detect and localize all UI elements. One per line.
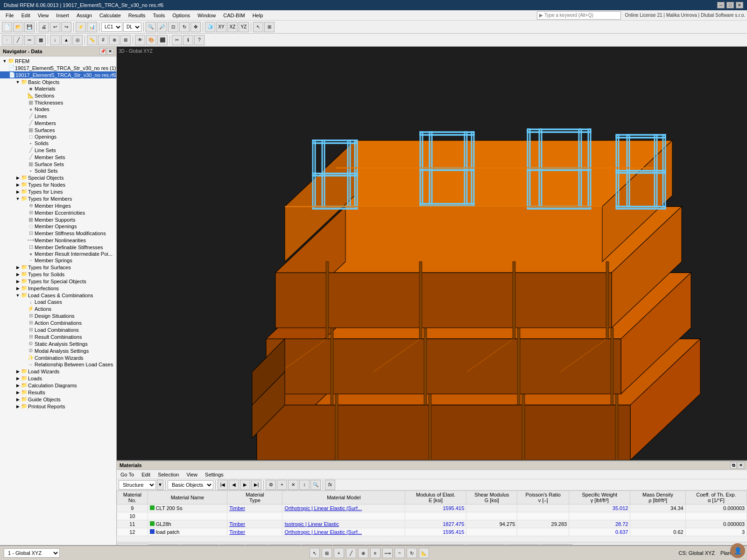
axes-btn[interactable]: ⊞ bbox=[120, 35, 131, 45]
view3d-btn[interactable]: 🧊 bbox=[205, 22, 215, 32]
tree-item-member-nonlinearities[interactable]: ⟿Member Nonlinearities bbox=[0, 237, 116, 244]
menu-calculate[interactable]: Calculate bbox=[96, 12, 125, 19]
tree-item-member-hinges[interactable]: ⊕Member Hinges bbox=[0, 202, 116, 209]
view-mode-dropdown[interactable]: 1 - Global XYZ bbox=[4, 548, 60, 558]
tree-item-combination-wizards[interactable]: ✨Combination Wizards bbox=[0, 354, 116, 361]
tree-item-load-cases-&-combinations[interactable]: ▼📁Load Cases & Combinations bbox=[0, 292, 116, 299]
tree-item-member-result-intermediate-poi[interactable]: ●Member Result Intermediate Poi... bbox=[0, 251, 116, 257]
mat-nav-prev[interactable]: ◀ bbox=[229, 480, 239, 490]
line-btn[interactable]: ╱ bbox=[13, 35, 23, 45]
zoom-out-btn[interactable]: 🔎 bbox=[157, 22, 167, 32]
bottom-tb4[interactable]: ╱ bbox=[346, 548, 356, 558]
tree-item-types-for-members[interactable]: ▼📁Types for Members bbox=[0, 195, 116, 202]
menu-assign[interactable]: Assign bbox=[73, 12, 96, 19]
redo-btn[interactable]: ↪ bbox=[61, 22, 71, 32]
tree-item-load-combinations[interactable]: ⊞Load Combinations bbox=[0, 326, 116, 333]
tree-item-load-cases[interactable]: ↓Load Cases bbox=[0, 299, 116, 305]
tree-item-printout-reports[interactable]: ▶📁Printout Reports bbox=[0, 403, 116, 410]
structure-filter[interactable]: Structure bbox=[119, 480, 156, 490]
open-btn[interactable]: 📂 bbox=[13, 22, 23, 32]
panel-menu-selection[interactable]: Selection bbox=[156, 471, 181, 478]
tree-item-types-for-lines[interactable]: ▶📁Types for Lines bbox=[0, 188, 116, 195]
panel-controls[interactable]: ⧉ ✕ bbox=[730, 462, 744, 469]
bottom-tb3[interactable]: + bbox=[334, 548, 344, 558]
mat-nav-next[interactable]: ▶ bbox=[240, 480, 250, 490]
section-cut-btn[interactable]: ✂ bbox=[172, 35, 182, 45]
menu-edit[interactable]: Edit bbox=[18, 12, 34, 19]
mat-nav-first[interactable]: |◀ bbox=[218, 480, 228, 490]
panel-float-btn[interactable]: ⧉ bbox=[730, 462, 737, 469]
fx-btn[interactable]: fx bbox=[325, 480, 335, 490]
material-type-link[interactable]: Timber bbox=[229, 529, 245, 535]
nav-header-btns[interactable]: 📌 ✕ bbox=[99, 48, 113, 55]
surface-btn[interactable]: ▦ bbox=[35, 35, 46, 45]
new-btn[interactable]: 📄 bbox=[2, 22, 12, 32]
search-input[interactable] bbox=[537, 11, 621, 20]
tree-item-actions[interactable]: ⚡Actions bbox=[0, 305, 116, 312]
material-type-link[interactable]: Timber bbox=[229, 505, 245, 511]
tree-item-19017_element5_trca_str_v30_no[interactable]: 📄19017_Element5_TRCA_Str_v30_no res (1).… bbox=[0, 64, 116, 71]
tree-item-types-for-nodes[interactable]: ▶📁Types for Nodes bbox=[0, 181, 116, 188]
display-btn[interactable]: 👁 bbox=[135, 35, 145, 45]
tree-item-special-objects[interactable]: ▶📁Special Objects bbox=[0, 174, 116, 181]
tree-item-results[interactable]: ▶📁Results bbox=[0, 389, 116, 396]
fit-btn[interactable]: ⊡ bbox=[168, 22, 178, 32]
menu-options[interactable]: Options bbox=[169, 12, 194, 19]
bottom-tb8[interactable]: ~ bbox=[395, 548, 405, 558]
nav-pin-btn[interactable]: 📌 bbox=[99, 48, 106, 55]
tree-item-basic-objects[interactable]: ▼📁Basic Objects bbox=[0, 78, 116, 85]
minimize-btn[interactable]: ─ bbox=[717, 2, 725, 8]
tree-item-members[interactable]: ╱Members bbox=[0, 119, 116, 126]
query-btn[interactable]: ? bbox=[194, 35, 204, 45]
panel-menu-edit[interactable]: Edit bbox=[140, 471, 152, 478]
select-btn[interactable]: ↖ bbox=[253, 22, 263, 32]
menu-tools[interactable]: Tools bbox=[149, 12, 169, 19]
undo-btn[interactable]: ↩ bbox=[50, 22, 60, 32]
material-model-link[interactable]: Isotropic | Linear Elastic bbox=[284, 521, 339, 527]
viewxz-btn[interactable]: XZ bbox=[227, 22, 238, 32]
support-btn[interactable]: ▲ bbox=[61, 35, 71, 45]
filter-arrow[interactable]: ▼ bbox=[157, 480, 163, 490]
tree-item-surfaces[interactable]: ▦Surfaces bbox=[0, 126, 116, 133]
menu-results[interactable]: Results bbox=[125, 12, 149, 19]
tree-item-surface-sets[interactable]: ▦Surface Sets bbox=[0, 161, 116, 168]
mat-tool2[interactable]: + bbox=[277, 480, 287, 490]
tree-item-result-combinations[interactable]: ⊞Result Combinations bbox=[0, 333, 116, 340]
tree-item-rfem[interactable]: ▼📁RFEM bbox=[0, 57, 116, 64]
panel-menu-goto[interactable]: Go To bbox=[119, 471, 136, 478]
basic-objects-filter[interactable]: Basic Objects bbox=[168, 480, 213, 490]
menu-help[interactable]: Help bbox=[249, 12, 267, 19]
bottom-tb9[interactable]: ↻ bbox=[407, 548, 417, 558]
tree-item-nodes[interactable]: ●Nodes bbox=[0, 106, 116, 112]
material-model-link[interactable]: Orthotropic | Linear Elastic (Surf... bbox=[284, 529, 361, 535]
tree-item-member-stiffness-modifications[interactable]: ⊟Member Stiffness Modifications bbox=[0, 230, 116, 237]
menu-insert[interactable]: Insert bbox=[52, 12, 73, 19]
material-model-link[interactable]: Orthotropic | Linear Elastic (Surf... bbox=[284, 505, 361, 511]
calc-btn[interactable]: ⚡ bbox=[76, 22, 86, 32]
tree-item-materials[interactable]: ■Materials bbox=[0, 85, 116, 92]
panel-menu-view[interactable]: View bbox=[184, 471, 199, 478]
bottom-tb5[interactable]: ⊕ bbox=[358, 548, 368, 558]
tree-item-imperfections[interactable]: ▶📁Imperfections bbox=[0, 285, 116, 292]
save-btn[interactable]: 💾 bbox=[24, 22, 35, 32]
rotate-btn[interactable]: ↻ bbox=[179, 22, 190, 32]
panel-menu-settings[interactable]: Settings bbox=[203, 471, 226, 478]
load-btn[interactable]: ↓ bbox=[50, 35, 60, 45]
tree-item-types-for-surfaces[interactable]: ▶📁Types for Surfaces bbox=[0, 264, 116, 271]
tree-item-member-definable-stiffnesses[interactable]: ⊡Member Definable Stiffnesses bbox=[0, 244, 116, 251]
tree-item-member-openings[interactable]: □Member Openings bbox=[0, 223, 116, 230]
mat-nav-last[interactable]: ▶| bbox=[251, 480, 261, 490]
bottom-tb10[interactable]: 📐 bbox=[419, 548, 429, 558]
info-btn[interactable]: ℹ bbox=[183, 35, 193, 45]
nav-close-btn[interactable]: ✕ bbox=[107, 48, 113, 55]
material-type-link[interactable]: Timber bbox=[229, 521, 245, 527]
measure-btn[interactable]: 📏 bbox=[87, 35, 97, 45]
results-btn[interactable]: 📊 bbox=[87, 22, 97, 32]
bottom-tb2[interactable]: ⊞ bbox=[322, 548, 332, 558]
dl-dropdown[interactable]: DL bbox=[123, 22, 141, 32]
tree-item-calculation-diagrams[interactable]: ▶📁Calculation Diagrams bbox=[0, 382, 116, 389]
tree-item-types-for-solids[interactable]: ▶📁Types for Solids bbox=[0, 271, 116, 278]
window-sel-btn[interactable]: ⊞ bbox=[264, 22, 275, 32]
bottom-tb1[interactable]: ↖ bbox=[310, 548, 320, 558]
tree-item-member-sets[interactable]: ╱Member Sets bbox=[0, 154, 116, 161]
